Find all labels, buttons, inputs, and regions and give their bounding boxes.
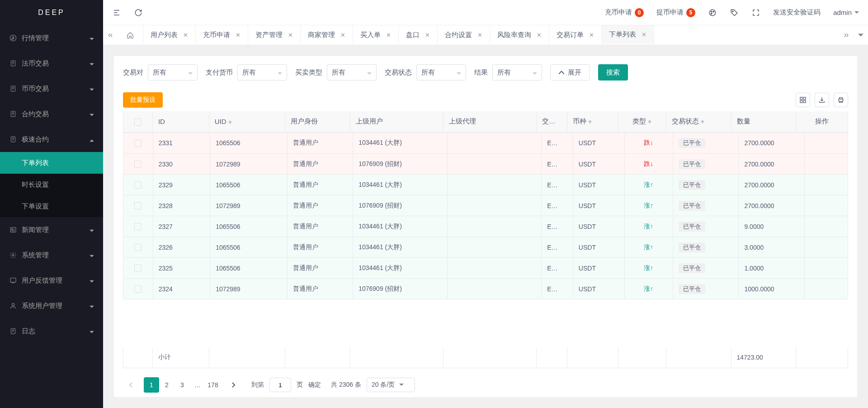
menu-item-system[interactable]: 系统管理 xyxy=(0,242,103,268)
expand-button[interactable]: 展开 xyxy=(550,64,590,81)
close-icon[interactable]: ✕ xyxy=(642,32,646,38)
filter-paycurrency-select[interactable]: 所有 xyxy=(237,64,287,81)
tab-item[interactable]: 风险率查询✕ xyxy=(490,25,549,45)
table-row[interactable]: 23241072989普通用户1076909 (招财)E…USDT涨↑已平仓10… xyxy=(123,279,848,299)
menu-item-feedback[interactable]: 用户反馈管理 xyxy=(0,268,103,293)
menu-item-logs[interactable]: 日志 xyxy=(0,318,103,344)
tabs-scroll-right[interactable] xyxy=(839,25,854,45)
refresh-icon[interactable] xyxy=(134,8,143,17)
table-row[interactable]: 23291065506普通用户1034461 (大胖)E…USDT涨↑已平仓27… xyxy=(123,175,848,195)
tab-item[interactable]: 商家管理✕ xyxy=(301,25,353,45)
tab-item[interactable]: 充币申请✕ xyxy=(196,25,248,45)
col-identity[interactable]: 用户身份 xyxy=(285,111,350,132)
close-icon[interactable]: ✕ xyxy=(386,32,391,38)
horizontal-scrollbar[interactable] xyxy=(123,338,848,347)
deposit-request-link[interactable]: 充币申请 0 xyxy=(605,8,644,17)
row-checkbox[interactable] xyxy=(123,175,153,195)
page-size-select[interactable]: 20 条/页 xyxy=(367,378,415,392)
filter-buysell-select[interactable]: 所有 xyxy=(327,64,377,81)
close-icon[interactable]: ✕ xyxy=(477,32,482,38)
close-icon[interactable]: ✕ xyxy=(589,32,594,38)
withdraw-request-link[interactable]: 提币申请 5 xyxy=(656,8,695,17)
cell-parent-user: 1034461 (大胖) xyxy=(353,133,448,154)
close-icon[interactable]: ✕ xyxy=(288,32,293,38)
user-menu[interactable]: admin xyxy=(833,9,859,16)
goto-input[interactable] xyxy=(269,378,291,392)
col-type[interactable]: 类型 xyxy=(618,111,666,132)
row-checkbox[interactable] xyxy=(123,154,153,175)
menu-item-quotes[interactable]: 行情管理 xyxy=(0,25,103,51)
col-parent-user[interactable]: 上级用户 xyxy=(350,111,443,132)
submenu-item-order-list[interactable]: 下单列表 xyxy=(0,152,103,174)
print-icon[interactable] xyxy=(834,93,848,107)
table-row[interactable]: 23261065506普通用户1034461 (大胖)E…USDT涨↑已平仓3.… xyxy=(123,237,848,258)
table-row[interactable]: 23271065506普通用户1034461 (大胖)E…USDT涨↑已平仓9.… xyxy=(123,216,848,237)
tab-home[interactable] xyxy=(118,25,143,45)
tab-item[interactable]: 盘口✕ xyxy=(399,25,438,45)
close-icon[interactable]: ✕ xyxy=(236,32,241,38)
send-security-code-link[interactable]: 发送安全验证码 xyxy=(773,8,821,17)
tabs-dropdown[interactable] xyxy=(854,25,868,45)
col-qty[interactable]: 数量 xyxy=(731,111,796,132)
fullscreen-icon[interactable] xyxy=(751,8,760,17)
menu-item-fiat[interactable]: 法币交易 xyxy=(0,51,103,76)
table-row[interactable]: 23281072989普通用户1076909 (招财)E…USDT涨↑已平仓27… xyxy=(123,195,848,216)
row-checkbox[interactable] xyxy=(123,258,153,279)
columns-icon[interactable] xyxy=(796,93,810,107)
search-button[interactable]: 搜索 xyxy=(598,64,628,81)
page-number[interactable]: 2 xyxy=(159,377,175,393)
filter-status-select[interactable]: 所有 xyxy=(416,64,466,81)
filter-result-select[interactable]: 所有 xyxy=(492,64,542,81)
menu-item-fast-contract[interactable]: 极速合约 xyxy=(0,127,103,152)
batch-preset-button[interactable]: 批量预设 xyxy=(123,92,163,108)
collapse-sidebar-icon[interactable] xyxy=(112,8,121,17)
close-icon[interactable]: ✕ xyxy=(425,32,430,38)
col-id[interactable]: ID xyxy=(152,111,209,132)
table-row[interactable]: 23301072989普通用户1076909 (招财)E…USDT跌↓已平仓27… xyxy=(123,154,848,175)
tab-item[interactable]: 资产管理✕ xyxy=(248,25,301,45)
theme-icon[interactable] xyxy=(708,8,717,17)
row-checkbox[interactable] xyxy=(123,279,153,299)
page-number[interactable]: 1 xyxy=(144,377,159,393)
table-body-scroll[interactable]: 23311065506普通用户1034461 (大胖)E…USDT跌↓已平仓27… xyxy=(123,133,848,338)
filter-pair-select[interactable]: 所有 xyxy=(148,64,198,81)
row-checkbox[interactable] xyxy=(123,216,153,237)
submenu-item-order-settings[interactable]: 下单设置 xyxy=(0,195,103,217)
tag-icon[interactable] xyxy=(730,8,739,17)
col-pair[interactable]: 交… xyxy=(536,111,567,132)
tab-item[interactable]: 用户列表✕ xyxy=(143,25,196,45)
menu-item-spot[interactable]: 币币交易 xyxy=(0,76,103,101)
page-number[interactable]: 3 xyxy=(175,377,190,393)
col-ops[interactable]: 操作 xyxy=(796,111,848,132)
menu-item-users[interactable]: 系统用户管理 xyxy=(0,293,103,318)
col-uid[interactable]: UID xyxy=(209,111,285,132)
cell-currency: USDT xyxy=(573,154,624,175)
tab-item[interactable]: 下单列表✕ xyxy=(602,25,654,45)
svg-rect-19 xyxy=(839,99,843,101)
close-icon[interactable]: ✕ xyxy=(537,32,542,38)
row-checkbox[interactable] xyxy=(123,237,153,258)
tabs-scroll-left[interactable] xyxy=(103,25,118,45)
goto-confirm-button[interactable]: 确定 xyxy=(308,381,321,389)
tab-item[interactable]: 买入单✕ xyxy=(353,25,399,45)
svg-point-12 xyxy=(713,11,714,12)
col-parent-agent[interactable]: 上级代理 xyxy=(443,111,536,132)
row-checkbox[interactable] xyxy=(123,133,153,154)
table-row[interactable]: 23311065506普通用户1034461 (大胖)E…USDT跌↓已平仓27… xyxy=(123,133,848,154)
next-page-button[interactable] xyxy=(226,377,241,393)
col-checkbox[interactable] xyxy=(123,111,153,132)
submenu-item-duration[interactable]: 时长设置 xyxy=(0,174,103,195)
tab-item[interactable]: 交易订单✕ xyxy=(549,25,602,45)
menu-item-news[interactable]: 新闻管理 xyxy=(0,217,103,242)
table-row[interactable]: 23251065506普通用户1034461 (大胖)E…USDT涨↑已平仓1.… xyxy=(123,258,848,279)
menu-item-contract[interactable]: 合约交易 xyxy=(0,101,103,127)
row-checkbox[interactable] xyxy=(123,195,153,216)
close-icon[interactable]: ✕ xyxy=(183,32,188,38)
export-icon[interactable] xyxy=(815,93,829,107)
prev-page-button[interactable] xyxy=(123,377,138,393)
col-currency[interactable]: 币种 xyxy=(567,111,618,132)
close-icon[interactable]: ✕ xyxy=(340,32,345,38)
page-number[interactable]: 178 xyxy=(205,377,221,393)
tab-item[interactable]: 合约设置✕ xyxy=(438,25,490,45)
col-status[interactable]: 交易状态 xyxy=(666,111,731,132)
